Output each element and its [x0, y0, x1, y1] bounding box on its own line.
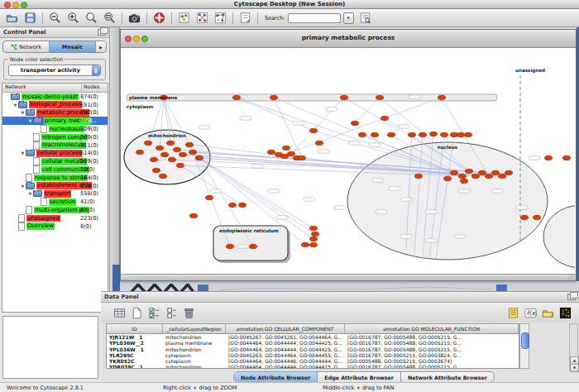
table-cell[interactable]: [GO:0005488, GO:0005215, GO:0003674] [345, 358, 519, 364]
network-node[interactable] [144, 141, 151, 145]
tab-network[interactable]: Network [3, 41, 50, 52]
zoom-selected-region-icon[interactable] [103, 11, 117, 25]
expand-arrow-icon[interactable]: ▼ [27, 118, 33, 123]
network-node[interactable] [443, 176, 451, 180]
tree-row-nitrogen-compo[interactable]: nitrogen compo209(0) [2, 133, 108, 141]
table-cell[interactable]: cytoplasm [163, 352, 226, 358]
network-label-node[interactable] [400, 198, 412, 201]
column-header-2[interactable]: annotation.GO CELLULAR_COMPONENT [226, 324, 345, 333]
table-cell[interactable]: [GO:0044464, GO:0044444, GO:0044425, G..… [226, 347, 345, 352]
zoom-in-icon[interactable] [66, 11, 80, 25]
network-node[interactable] [458, 174, 466, 178]
tree-row-cellular-process[interactable]: ▼cellular process614(0) [2, 150, 108, 158]
network-label-node[interactable] [334, 206, 346, 209]
network-node[interactable] [176, 163, 184, 167]
network-node[interactable] [387, 132, 395, 136]
tree-row-mosaic-demo-yeast[interactable]: mosaic-demo-yeast874(0) [2, 93, 108, 101]
table-cell[interactable]: [GO:0016787, GO:0005488, GO:0005215, G..… [345, 347, 519, 352]
zoom-fit-icon[interactable] [84, 11, 98, 25]
search-input[interactable] [288, 13, 341, 23]
network-node[interactable] [371, 132, 378, 136]
tree-row-multi-organism-pro[interactable]: multi-organism pro42(0) [2, 206, 108, 214]
table-cell[interactable]: [GO:0044464, GO:0044444, GO:0044425, G..… [226, 340, 345, 346]
tree-row-response-to-stimul[interactable]: response to stimul264(0) [2, 174, 108, 182]
network-label-node[interactable] [293, 122, 304, 125]
annotation-icon[interactable] [238, 11, 252, 25]
network-node[interactable] [309, 237, 317, 241]
table-cell[interactable]: [GO:0045267, GO:0045261, GO:0044464, G..… [226, 334, 345, 340]
table-row[interactable]: YLR295Ccytoplasm[GO:0045263, GO:0044464,… [107, 352, 519, 358]
network-node[interactable] [136, 150, 143, 154]
tree-row-metabolic-process[interactable]: ▼metabolic process280(0) [2, 109, 108, 117]
network-node[interactable] [160, 152, 168, 156]
layout-2-icon[interactable] [213, 11, 227, 25]
column-header-0[interactable]: ID [107, 324, 163, 333]
table-cell[interactable]: [GO:0016787, GO:0005488, GO:0005215, G..… [345, 364, 519, 369]
network-label-node[interactable] [251, 165, 263, 168]
table-cell[interactable]: [GO:0016787, GO:0005215, GO:0003824, G..… [345, 352, 519, 358]
network-label-node[interactable] [348, 141, 360, 145]
table-scrollbar[interactable] [519, 323, 529, 369]
table-cell[interactable]: YPL036W__1 [107, 347, 163, 352]
table-cell[interactable]: [GO:0044464, GO:0044446, GO:0044444, G..… [226, 358, 345, 364]
network-node[interactable] [287, 151, 294, 155]
network-label-node[interactable] [400, 235, 412, 238]
network-label-node[interactable] [210, 189, 222, 193]
notepad-icon[interactable] [506, 306, 520, 320]
network-node[interactable] [465, 169, 472, 173]
table-cell[interactable]: YKR052C [107, 358, 163, 364]
network-label-node[interactable] [454, 235, 466, 238]
tree-row-establishment-of-lo[interactable]: ▼establishment of lo558(0) [2, 182, 108, 190]
network-node[interactable] [450, 170, 457, 174]
network-node[interactable] [419, 132, 426, 136]
expand-arrow-icon[interactable]: ▼ [27, 191, 33, 196]
network-node[interactable] [358, 132, 366, 136]
table-cell[interactable]: [GO:0016787, GO:0005488, GO:0005215, G..… [345, 340, 519, 346]
expand-arrow-icon[interactable]: ▼ [20, 110, 26, 115]
network-node[interactable] [173, 147, 180, 151]
network-node[interactable] [249, 244, 256, 248]
table-cell[interactable]: mitochondrion [163, 347, 226, 352]
network-node[interactable] [498, 174, 505, 178]
table-cell[interactable]: YJR121W__1 [107, 334, 163, 340]
resize-grip[interactable] [568, 275, 575, 280]
network-label-node[interactable] [240, 117, 251, 120]
network-node[interactable] [380, 116, 388, 120]
network-node[interactable] [351, 121, 358, 125]
network-node[interactable] [226, 244, 233, 248]
table-cell[interactable]: YDR039C__1 [107, 364, 163, 369]
network-node[interactable] [280, 154, 288, 158]
network-node[interactable] [309, 242, 317, 246]
network-node[interactable] [491, 170, 499, 174]
network-window-titlebar[interactable]: primary metabolic process [121, 30, 576, 48]
import-attributes-icon[interactable] [541, 306, 555, 320]
snapshot-icon[interactable] [127, 11, 141, 25]
search-config-icon[interactable] [358, 11, 372, 25]
network-node[interactable] [238, 203, 246, 207]
table-cell[interactable]: plasma membrane [163, 340, 226, 346]
save-session-icon[interactable] [23, 11, 37, 25]
network-node[interactable] [185, 142, 193, 146]
search-dropdown-button[interactable]: ▼ [343, 12, 354, 24]
network-node[interactable] [408, 132, 415, 136]
table-row[interactable]: YPL036W__1mitochondrion[GO:0044464, GO:0… [107, 347, 519, 352]
network-canvas[interactable]: plasma membranecytoplasmmitochondrionnuc… [122, 48, 575, 275]
expand-arrow-icon[interactable]: ▼ [12, 103, 18, 108]
network-node[interactable] [156, 146, 163, 150]
network-node[interactable] [309, 226, 317, 230]
tab-network-attribute-browser[interactable]: Network Attribute Browser [401, 372, 494, 382]
network-node[interactable] [533, 215, 540, 219]
network-node[interactable] [429, 131, 437, 136]
network-node[interactable] [267, 150, 275, 154]
table-cell[interactable]: [GO:0044464, GO:0044444, GO:0044425, G..… [226, 364, 345, 369]
tree-row-nucleobase-[interactable]: nucleobase-209(0) [2, 125, 108, 133]
network-label-node[interactable] [318, 150, 329, 153]
cytopanel-icon[interactable] [177, 11, 191, 25]
layout-1-icon[interactable] [195, 11, 209, 25]
column-header-3[interactable]: annotation.GO MOLECULAR_FUNCTION [345, 324, 519, 333]
network-label-node[interactable] [369, 143, 380, 146]
network-node[interactable] [520, 215, 528, 219]
network-node[interactable] [414, 174, 422, 178]
network-label-node[interactable] [268, 189, 280, 193]
network-label-node[interactable] [491, 189, 503, 193]
